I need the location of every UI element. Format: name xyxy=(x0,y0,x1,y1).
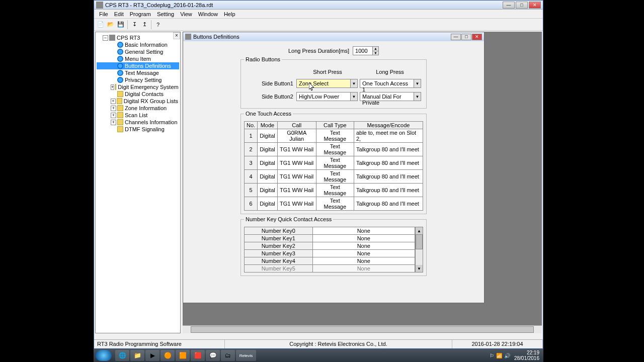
menu-edit[interactable]: Edit xyxy=(111,11,127,17)
ota-row[interactable]: 6DigitalTG1 WW HailText MessageTalkgroup… xyxy=(245,197,423,211)
menu-window[interactable]: Window xyxy=(195,11,221,17)
radio-icon xyxy=(117,70,123,76)
spin-up-button[interactable]: ▲ xyxy=(372,47,378,51)
titlebar[interactable]: CPS RT3 - RT3_Codeplug_2016-01-28a.rdt —… xyxy=(94,1,543,10)
ota-table[interactable]: No.ModeCallCall TypeMessage/Encode 1Digi… xyxy=(244,121,423,211)
menu-file[interactable]: File xyxy=(96,11,111,17)
expand-icon[interactable]: + xyxy=(111,99,116,104)
tree-item-digital-contacts[interactable]: Digital Contacts xyxy=(97,90,179,98)
radio-buttons-group: Radio Buttons Short Press Long Press Sid… xyxy=(240,59,427,109)
expand-icon[interactable]: + xyxy=(111,120,116,125)
taskbar-app-8[interactable]: Retevis xyxy=(236,350,256,361)
taskbar: 🌐📁▶🟠🟧🟥💬🗂Retevis ⚐ 📶 🔊 22:19 28/01/2016 xyxy=(94,349,543,362)
tree-item-buttons-definitions[interactable]: Buttons Definitions xyxy=(97,62,179,69)
side-button-1-short-combo[interactable]: Zone Select▼ xyxy=(296,79,358,88)
long-press-duration-input[interactable]: 1000 ▲ ▼ xyxy=(353,46,379,55)
tree-item-label: Channels Information xyxy=(125,119,178,125)
tray-flag-icon[interactable]: ⚐ xyxy=(490,353,494,358)
nk-row[interactable]: Number Key4None xyxy=(245,257,415,265)
nk-row[interactable]: Number Key3None xyxy=(245,250,415,257)
new-button[interactable]: 📄 xyxy=(96,20,105,29)
taskbar-app-1[interactable]: 📁 xyxy=(130,350,144,361)
tree-item-channels-information[interactable]: +Channels Information xyxy=(97,119,179,126)
tree-item-basic-information[interactable]: Basic Information xyxy=(97,41,179,48)
tree-item-digit-emergency-system[interactable]: +Digit Emergency System xyxy=(97,83,179,90)
expand-icon[interactable]: + xyxy=(111,113,116,118)
tray-network-icon[interactable]: 📶 xyxy=(496,353,502,358)
chevron-down-icon[interactable]: ▼ xyxy=(414,79,421,87)
side-button-2-short-combo[interactable]: High/Low Power▼ xyxy=(296,92,358,101)
taskbar-app-6[interactable]: 💬 xyxy=(206,350,220,361)
menu-program[interactable]: Program xyxy=(127,11,154,17)
minimize-button[interactable]: — xyxy=(503,2,515,9)
taskbar-app-5[interactable]: 🟥 xyxy=(191,350,205,361)
ota-row[interactable]: 5DigitalTG1 WW HailText MessageTalkgroup… xyxy=(245,184,423,197)
ota-row[interactable]: 4DigitalTG1 WW HailText MessageTalkgroup… xyxy=(245,170,423,184)
tree-item-general-setting[interactable]: General Setting xyxy=(97,48,179,55)
mdi-horizontal-scrollbar[interactable] xyxy=(183,325,542,333)
tree-root[interactable]: − CPS RT3 xyxy=(97,34,179,41)
ota-row[interactable]: 3DigitalTG1 WW HailText MessageTalkgroup… xyxy=(245,156,423,170)
child-minimize-button[interactable]: — xyxy=(451,34,461,40)
menu-help[interactable]: Help xyxy=(221,11,238,17)
expand-icon[interactable]: + xyxy=(111,84,114,90)
short-press-header: Short Press xyxy=(296,69,359,75)
nk-row[interactable]: Number Key5None xyxy=(245,265,415,273)
nk-row[interactable]: Number Key0None xyxy=(245,227,415,235)
toolbar: 📄 📂 💾 ↧ ↥ ? xyxy=(94,19,543,31)
child-maximize-button[interactable]: □ xyxy=(461,34,471,40)
nk-row[interactable]: Number Key2None xyxy=(245,242,415,250)
tree-item-text-message[interactable]: Text Message xyxy=(97,69,179,76)
side-button-1-label: Side Button1 xyxy=(246,80,294,86)
folder-icon xyxy=(117,105,123,111)
spin-down-button[interactable]: ▼ xyxy=(372,51,378,55)
taskbar-app-0[interactable]: 🌐 xyxy=(115,350,129,361)
tree-item-digital-rx-group-lists[interactable]: +Digital RX Group Lists xyxy=(97,98,179,105)
nk-scrollbar[interactable]: ▲ ▼ xyxy=(415,227,423,273)
ota-row[interactable]: 2DigitalTG1 WW HailText MessageTalkgroup… xyxy=(245,143,423,156)
menubar: FileEditProgramSettingViewWindowHelp xyxy=(94,10,543,19)
number-key-table[interactable]: Number Key0NoneNumber Key1NoneNumber Key… xyxy=(244,227,415,273)
tree-close-button[interactable]: × xyxy=(173,32,180,39)
chevron-down-icon[interactable]: ▼ xyxy=(350,93,357,101)
long-press-header: Long Press xyxy=(359,69,421,75)
tray-volume-icon[interactable]: 🔊 xyxy=(504,353,510,358)
open-button[interactable]: 📂 xyxy=(106,20,115,29)
tree-item-dtmf-signaling[interactable]: DTMF Signaling xyxy=(97,126,179,133)
tree-item-scan-list[interactable]: +Scan List xyxy=(97,112,179,119)
scroll-thumb[interactable] xyxy=(416,234,423,249)
save-button[interactable]: 💾 xyxy=(116,20,125,29)
taskbar-app-2[interactable]: ▶ xyxy=(145,350,159,361)
ota-row[interactable]: 1DigitalG0RMA JulianText Messageable to,… xyxy=(245,129,423,143)
child-titlebar[interactable]: Buttons Definitions — □ ✕ xyxy=(183,32,484,41)
scroll-down-button[interactable]: ▼ xyxy=(416,265,423,272)
menu-setting[interactable]: Setting xyxy=(154,11,177,17)
write-button[interactable]: ↥ xyxy=(140,20,149,29)
expand-icon[interactable]: + xyxy=(111,106,116,111)
taskbar-app-7[interactable]: 🗂 xyxy=(221,350,235,361)
system-tray[interactable]: ⚐ 📶 🔊 22:19 28/01/2016 xyxy=(490,350,541,361)
taskbar-app-4[interactable]: 🟧 xyxy=(176,350,190,361)
tree-item-label: Text Message xyxy=(125,70,159,76)
side-button-1-long-combo[interactable]: One Touch Access 1▼ xyxy=(360,79,421,88)
tree-item-zone-information[interactable]: +Zone Information xyxy=(97,105,179,112)
help-button[interactable]: ? xyxy=(153,20,163,29)
collapse-icon[interactable]: − xyxy=(103,35,108,41)
start-button[interactable] xyxy=(96,350,112,361)
nk-row[interactable]: Number Key1None xyxy=(245,235,415,242)
taskbar-app-3[interactable]: 🟠 xyxy=(160,350,175,361)
tree-item-menu-item[interactable]: Menu Item xyxy=(97,55,179,62)
menu-view[interactable]: View xyxy=(177,11,195,17)
child-close-button[interactable]: ✕ xyxy=(472,34,482,40)
maximize-button[interactable]: □ xyxy=(516,2,528,9)
status-center: Copyright : Retevis Electronics Co., Ltd… xyxy=(225,340,452,348)
side-button-2-long-combo[interactable]: Manual Dial For Private▼ xyxy=(360,92,421,101)
chevron-down-icon[interactable]: ▼ xyxy=(414,93,421,101)
scroll-up-button[interactable]: ▲ xyxy=(416,227,423,234)
tree-item-label: Digital RX Group Lists xyxy=(124,98,178,104)
read-button[interactable]: ↧ xyxy=(130,20,139,29)
tray-clock[interactable]: 22:19 28/01/2016 xyxy=(512,350,541,361)
chevron-down-icon[interactable]: ▼ xyxy=(350,79,357,87)
tree-item-privacy-setting[interactable]: Privacy Setting xyxy=(97,76,179,83)
close-button[interactable]: ✕ xyxy=(529,2,541,9)
